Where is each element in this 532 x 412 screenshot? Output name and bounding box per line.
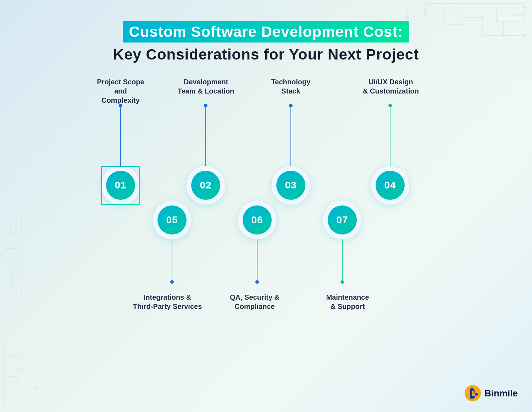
main-container: Custom Software Development Cost: Key Co… [0,0,532,412]
label-07: Maintenance& Support [312,293,383,311]
label-01: Project Scope andComplexity [92,77,149,105]
svg-point-54 [340,280,344,284]
label-03: TechnologyStack [264,77,317,96]
node-02: 02 [186,166,225,205]
svg-point-52 [255,280,259,284]
binmile-logo-icon [464,384,482,402]
svg-point-48 [388,104,392,107]
node-07: 07 [323,201,362,239]
label-05: Integrations &Third-Party Services [132,293,203,311]
label-06: QA, Security &Compliance [219,293,290,311]
svg-point-50 [170,280,174,284]
label-02: DevelopmentTeam & Location [177,77,235,96]
diagram: Project Scope andComplexity DevelopmentT… [53,70,479,346]
node-01: 01 [101,166,140,205]
node-03: 03 [271,166,310,205]
node-05: 05 [153,201,192,239]
svg-point-44 [204,104,207,107]
header: Custom Software Development Cost: Key Co… [113,21,419,63]
svg-point-58 [475,393,478,396]
label-04: UI/UX Design& Customization [361,77,421,96]
binmile-brand-name: Binmile [484,388,518,399]
node-06: 06 [238,201,277,239]
binmile-logo: Binmile [464,384,518,402]
title-sub: Key Considerations for Your Next Project [113,46,419,63]
svg-point-46 [289,104,293,107]
title-highlight: Custom Software Development Cost: [123,21,410,43]
node-04: 04 [371,166,410,205]
